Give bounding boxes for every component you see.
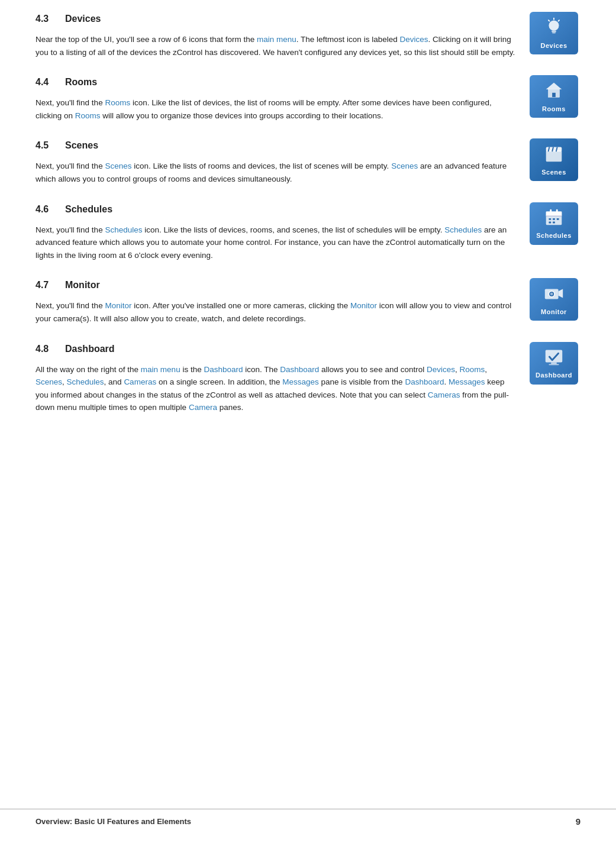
section-body-schedules: Next, you'll find the Schedules icon. Li… <box>36 224 515 262</box>
icon-box-dashboard: Dashboard <box>527 342 580 385</box>
section-number-monitor: 4.7 <box>36 278 65 292</box>
section-devices: 4.3DevicesNear the top of the UI, you'll… <box>36 12 580 59</box>
section-heading-devices: 4.3Devices <box>36 12 515 26</box>
svg-marker-6 <box>546 83 562 89</box>
icon-label-dashboard: Dashboard <box>536 370 572 380</box>
link-monitor[interactable]: Monitor <box>350 301 377 310</box>
svg-marker-26 <box>559 289 563 298</box>
svg-rect-20 <box>549 218 551 220</box>
svg-rect-8 <box>552 93 556 98</box>
section-heading-monitor: 4.7Monitor <box>36 278 515 292</box>
section-text-dashboard: 4.8DashboardAll the way on the right of … <box>36 342 527 414</box>
link-scenes[interactable]: Scenes <box>36 377 62 386</box>
icon-box-monitor: Monitor <box>527 278 580 321</box>
icon-monitor: Monitor <box>530 278 578 321</box>
svg-rect-29 <box>546 350 563 363</box>
section-text-devices: 4.3DevicesNear the top of the UI, you'll… <box>36 12 527 59</box>
section-number-dashboard: 4.8 <box>36 342 65 356</box>
icon-dashboard: Dashboard <box>530 342 578 385</box>
svg-line-5 <box>549 20 549 21</box>
link-rooms[interactable]: Rooms <box>459 365 485 374</box>
icon-box-schedules: Schedules <box>527 202 580 245</box>
svg-rect-30 <box>551 363 557 364</box>
section-scenes: 4.5ScenesNext, you'll find the Scenes ic… <box>36 138 580 185</box>
svg-point-28 <box>550 293 553 296</box>
icon-rooms: Rooms <box>530 75 578 118</box>
section-title-scenes: Scenes <box>65 138 98 153</box>
section-body-dashboard: All the way on the right of the main men… <box>36 363 515 414</box>
link-camera[interactable]: Camera <box>189 403 217 412</box>
section-number-schedules: 4.6 <box>36 202 65 217</box>
icon-label-schedules: Schedules <box>536 231 572 241</box>
link-cameras[interactable]: Cameras <box>428 390 460 399</box>
link-devices[interactable]: Devices <box>427 365 455 374</box>
svg-rect-10 <box>546 150 562 162</box>
section-body-rooms: Next, you'll find the Rooms icon. Like t… <box>36 96 515 122</box>
section-heading-dashboard: 4.8Dashboard <box>36 342 515 356</box>
section-number-rooms: 4.4 <box>36 75 65 89</box>
icon-devices: Devices <box>530 12 578 54</box>
link-rooms[interactable]: Rooms <box>105 98 130 107</box>
link-scenes[interactable]: Scenes <box>391 162 418 170</box>
section-monitor: 4.7MonitorNext, you'll find the Monitor … <box>36 278 580 325</box>
svg-rect-31 <box>549 364 559 366</box>
section-text-rooms: 4.4RoomsNext, you'll find the Rooms icon… <box>36 75 527 122</box>
icon-label-rooms: Rooms <box>542 104 566 114</box>
section-body-devices: Near the top of the UI, you'll see a row… <box>36 33 515 59</box>
footer-page-number: 9 <box>576 815 580 829</box>
link-schedules[interactable]: Schedules <box>67 377 104 386</box>
page-content: 4.3DevicesNear the top of the UI, you'll… <box>0 0 616 478</box>
section-title-monitor: Monitor <box>65 278 100 292</box>
section-number-devices: 4.3 <box>36 12 65 26</box>
section-text-schedules: 4.6SchedulesNext, you'll find the Schedu… <box>36 202 527 262</box>
icon-label-monitor: Monitor <box>541 307 567 317</box>
svg-rect-1 <box>552 30 556 32</box>
icon-box-scenes: Scenes <box>527 138 580 181</box>
link-schedules[interactable]: Schedules <box>444 225 482 234</box>
svg-rect-18 <box>550 209 552 213</box>
section-rooms: 4.4RoomsNext, you'll find the Rooms icon… <box>36 75 580 122</box>
link-scenes[interactable]: Scenes <box>105 162 131 170</box>
link-messages[interactable]: Messages <box>449 377 485 386</box>
section-title-rooms: Rooms <box>65 75 97 89</box>
svg-line-4 <box>559 20 559 21</box>
svg-rect-24 <box>553 222 555 224</box>
section-title-devices: Devices <box>65 12 101 26</box>
svg-rect-23 <box>549 222 551 224</box>
link-dashboard[interactable]: Dashboard <box>204 365 243 374</box>
link-dashboard[interactable]: Dashboard <box>280 365 319 374</box>
link-main-menu[interactable]: main menu <box>257 35 296 44</box>
svg-rect-16 <box>546 212 562 217</box>
icon-box-devices: Devices <box>527 12 580 54</box>
section-text-scenes: 4.5ScenesNext, you'll find the Scenes ic… <box>36 138 527 185</box>
svg-rect-22 <box>557 218 559 220</box>
link-devices[interactable]: Devices <box>399 35 428 44</box>
svg-rect-2 <box>552 32 556 33</box>
section-number-scenes: 4.5 <box>36 138 65 153</box>
link-rooms[interactable]: Rooms <box>75 111 101 120</box>
link-cameras[interactable]: Cameras <box>124 377 156 386</box>
icon-schedules: Schedules <box>530 202 578 245</box>
footer-left: Overview: Basic UI Features and Elements <box>36 816 191 828</box>
link-dashboard[interactable]: Dashboard <box>405 377 444 386</box>
section-body-monitor: Next, you'll find the Monitor icon. Afte… <box>36 299 515 325</box>
section-heading-scenes: 4.5Scenes <box>36 138 515 153</box>
footer: Overview: Basic UI Features and Elements… <box>0 809 616 835</box>
section-text-monitor: 4.7MonitorNext, you'll find the Monitor … <box>36 278 527 325</box>
link-main-menu[interactable]: main menu <box>141 365 180 374</box>
svg-rect-21 <box>553 218 555 220</box>
section-title-schedules: Schedules <box>65 202 112 217</box>
section-title-dashboard: Dashboard <box>65 342 115 356</box>
section-body-scenes: Next, you'll find the Scenes icon. Like … <box>36 160 515 185</box>
link-monitor[interactable]: Monitor <box>105 301 131 310</box>
link-schedules[interactable]: Schedules <box>105 225 142 234</box>
link-messages[interactable]: Messages <box>282 377 319 386</box>
section-heading-schedules: 4.6Schedules <box>36 202 515 217</box>
section-heading-rooms: 4.4Rooms <box>36 75 515 89</box>
icon-label-scenes: Scenes <box>541 167 566 177</box>
svg-point-0 <box>549 20 559 30</box>
icon-box-rooms: Rooms <box>527 75 580 118</box>
icon-scenes: Scenes <box>530 138 578 181</box>
section-dashboard: 4.8DashboardAll the way on the right of … <box>36 342 580 414</box>
svg-rect-19 <box>556 209 558 213</box>
